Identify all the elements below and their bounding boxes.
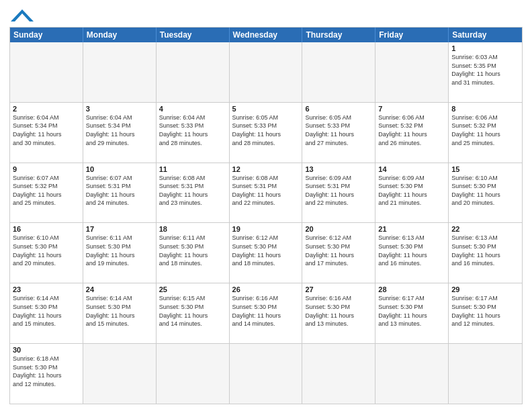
calendar-cell (157, 42, 230, 102)
calendar-cell: 20Sunrise: 6:12 AM Sunset: 5:30 PM Dayli… (302, 223, 375, 283)
day-info: Sunrise: 6:18 AM Sunset: 5:30 PM Dayligh… (13, 355, 80, 388)
weekday-header: Wednesday (230, 28, 303, 42)
calendar-cell: 17Sunrise: 6:11 AM Sunset: 5:30 PM Dayli… (83, 223, 157, 283)
calendar: SundayMondayTuesdayWednesdayThursdayFrid… (9, 27, 523, 404)
day-info: Sunrise: 6:11 AM Sunset: 5:30 PM Dayligh… (159, 234, 226, 267)
calendar-cell: 25Sunrise: 6:15 AM Sunset: 5:30 PM Dayli… (157, 283, 230, 343)
calendar-week-row: 2Sunrise: 6:04 AM Sunset: 5:34 PM Daylig… (10, 103, 522, 163)
calendar-cell: 2Sunrise: 6:04 AM Sunset: 5:34 PM Daylig… (10, 103, 83, 163)
day-info: Sunrise: 6:04 AM Sunset: 5:34 PM Dayligh… (13, 113, 80, 147)
calendar-cell (230, 42, 303, 102)
calendar-week-row: 30Sunrise: 6:18 AM Sunset: 5:30 PM Dayli… (10, 344, 522, 404)
calendar-cell (230, 344, 303, 404)
day-number: 18 (159, 225, 226, 233)
day-info: Sunrise: 6:04 AM Sunset: 5:33 PM Dayligh… (159, 113, 226, 147)
day-number: 29 (451, 285, 519, 293)
weekday-header: Thursday (302, 28, 375, 42)
calendar-cell (302, 42, 375, 102)
calendar-cell: 16Sunrise: 6:10 AM Sunset: 5:30 PM Dayli… (10, 223, 83, 283)
day-info: Sunrise: 6:10 AM Sunset: 5:30 PM Dayligh… (451, 174, 519, 208)
day-number: 2 (13, 105, 80, 113)
calendar-cell: 13Sunrise: 6:09 AM Sunset: 5:31 PM Dayli… (302, 163, 375, 223)
calendar-cell: 1Sunrise: 6:03 AM Sunset: 5:35 PM Daylig… (449, 42, 522, 102)
day-number: 21 (378, 225, 445, 233)
calendar-week-row: 1Sunrise: 6:03 AM Sunset: 5:35 PM Daylig… (10, 42, 522, 103)
calendar-cell: 15Sunrise: 6:10 AM Sunset: 5:30 PM Dayli… (449, 163, 522, 223)
calendar-cell (375, 42, 449, 102)
day-number: 11 (159, 165, 226, 173)
day-info: Sunrise: 6:04 AM Sunset: 5:34 PM Dayligh… (86, 113, 153, 147)
day-number: 9 (13, 165, 80, 173)
day-info: Sunrise: 6:10 AM Sunset: 5:30 PM Dayligh… (13, 234, 80, 267)
calendar-cell: 29Sunrise: 6:17 AM Sunset: 5:30 PM Dayli… (449, 283, 522, 343)
logo-icon (9, 8, 35, 23)
day-number: 28 (378, 285, 445, 293)
day-info: Sunrise: 6:07 AM Sunset: 5:31 PM Dayligh… (86, 174, 153, 208)
weekday-header: Friday (375, 28, 449, 42)
calendar-cell (157, 344, 230, 404)
day-info: Sunrise: 6:17 AM Sunset: 5:30 PM Dayligh… (451, 294, 519, 328)
calendar-cell: 23Sunrise: 6:14 AM Sunset: 5:30 PM Dayli… (10, 283, 83, 343)
logo (9, 9, 35, 23)
weekday-header: Monday (83, 28, 157, 42)
day-number: 13 (305, 165, 372, 173)
calendar-cell: 3Sunrise: 6:04 AM Sunset: 5:34 PM Daylig… (83, 103, 157, 163)
day-number: 20 (305, 225, 372, 233)
day-info: Sunrise: 6:17 AM Sunset: 5:30 PM Dayligh… (378, 294, 445, 328)
weekday-header: Sunday (10, 28, 83, 42)
calendar-cell: 11Sunrise: 6:08 AM Sunset: 5:31 PM Dayli… (157, 163, 230, 223)
calendar-cell: 4Sunrise: 6:04 AM Sunset: 5:33 PM Daylig… (157, 103, 230, 163)
day-info: Sunrise: 6:12 AM Sunset: 5:30 PM Dayligh… (232, 234, 300, 267)
day-info: Sunrise: 6:05 AM Sunset: 5:33 PM Dayligh… (232, 113, 300, 147)
day-number: 24 (86, 285, 153, 293)
day-info: Sunrise: 6:13 AM Sunset: 5:30 PM Dayligh… (451, 234, 519, 267)
day-info: Sunrise: 6:06 AM Sunset: 5:32 PM Dayligh… (378, 113, 445, 147)
calendar-cell: 22Sunrise: 6:13 AM Sunset: 5:30 PM Dayli… (449, 223, 522, 283)
weekday-header: Tuesday (157, 28, 230, 42)
calendar-cell (375, 344, 449, 404)
calendar-cell: 19Sunrise: 6:12 AM Sunset: 5:30 PM Dayli… (230, 223, 303, 283)
day-number: 8 (451, 105, 519, 113)
calendar-cell (83, 344, 157, 404)
day-number: 23 (13, 285, 80, 293)
calendar-cell: 21Sunrise: 6:13 AM Sunset: 5:30 PM Dayli… (375, 223, 449, 283)
day-info: Sunrise: 6:11 AM Sunset: 5:30 PM Dayligh… (86, 234, 153, 267)
day-number: 26 (232, 285, 300, 293)
day-info: Sunrise: 6:08 AM Sunset: 5:31 PM Dayligh… (232, 174, 300, 208)
day-info: Sunrise: 6:09 AM Sunset: 5:30 PM Dayligh… (378, 174, 445, 208)
calendar-cell: 30Sunrise: 6:18 AM Sunset: 5:30 PM Dayli… (10, 344, 83, 404)
day-number: 5 (232, 105, 300, 113)
calendar-cell (449, 344, 522, 404)
calendar-cell: 10Sunrise: 6:07 AM Sunset: 5:31 PM Dayli… (83, 163, 157, 223)
day-info: Sunrise: 6:14 AM Sunset: 5:30 PM Dayligh… (13, 294, 80, 328)
day-number: 15 (451, 165, 519, 173)
day-number: 6 (305, 105, 372, 113)
day-number: 4 (159, 105, 226, 113)
day-number: 3 (86, 105, 153, 113)
day-info: Sunrise: 6:07 AM Sunset: 5:32 PM Dayligh… (13, 174, 80, 208)
day-number: 22 (451, 225, 519, 233)
day-info: Sunrise: 6:16 AM Sunset: 5:30 PM Dayligh… (232, 294, 300, 328)
calendar-cell: 8Sunrise: 6:06 AM Sunset: 5:32 PM Daylig… (449, 103, 522, 163)
calendar-cell (83, 42, 157, 102)
day-info: Sunrise: 6:15 AM Sunset: 5:30 PM Dayligh… (159, 294, 226, 328)
day-number: 30 (13, 346, 80, 354)
day-number: 25 (159, 285, 226, 293)
calendar-header: SundayMondayTuesdayWednesdayThursdayFrid… (10, 28, 522, 42)
weekday-header: Saturday (449, 28, 522, 42)
header (9, 7, 523, 23)
day-number: 17 (86, 225, 153, 233)
day-number: 7 (378, 105, 445, 113)
day-info: Sunrise: 6:12 AM Sunset: 5:30 PM Dayligh… (305, 234, 372, 267)
calendar-body: 1Sunrise: 6:03 AM Sunset: 5:35 PM Daylig… (10, 42, 522, 404)
day-info: Sunrise: 6:16 AM Sunset: 5:30 PM Dayligh… (305, 294, 372, 328)
day-info: Sunrise: 6:09 AM Sunset: 5:31 PM Dayligh… (305, 174, 372, 208)
day-number: 1 (451, 44, 519, 52)
calendar-cell: 6Sunrise: 6:05 AM Sunset: 5:33 PM Daylig… (302, 103, 375, 163)
day-number: 10 (86, 165, 153, 173)
calendar-week-row: 9Sunrise: 6:07 AM Sunset: 5:32 PM Daylig… (10, 163, 522, 224)
calendar-cell: 12Sunrise: 6:08 AM Sunset: 5:31 PM Dayli… (230, 163, 303, 223)
day-number: 12 (232, 165, 300, 173)
day-number: 19 (232, 225, 300, 233)
day-info: Sunrise: 6:05 AM Sunset: 5:33 PM Dayligh… (305, 113, 372, 147)
